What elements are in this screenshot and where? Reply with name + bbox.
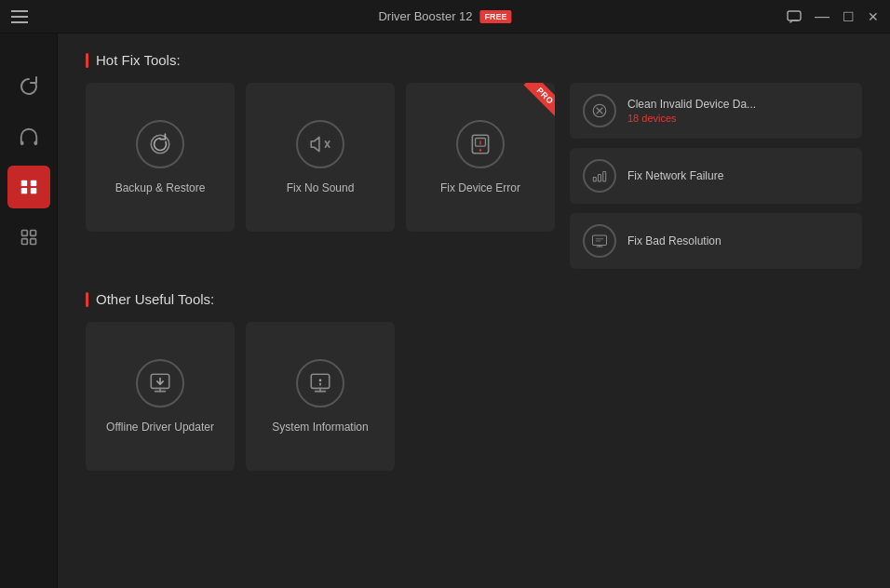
svg-rect-4 (30, 180, 35, 186)
clean-invalid-device-item[interactable]: Clean Invalid Device Da... 18 devices (570, 83, 862, 139)
titlebar-left (11, 10, 28, 23)
backup-restore-card[interactable]: Backup & Restore (86, 83, 235, 232)
other-tools-grid: Offline Driver Updater System Informatio… (86, 322, 862, 471)
hot-fix-section-title: Hot Fix Tools: (86, 52, 862, 68)
hot-fix-title: Hot Fix Tools: (96, 52, 181, 68)
hot-fix-tools-grid: Backup & Restore Fix No Sound (86, 83, 555, 247)
svg-point-38 (319, 379, 322, 381)
svg-rect-24 (603, 172, 606, 182)
sidebar-item-grid[interactable] (7, 216, 50, 259)
svg-rect-9 (21, 239, 27, 245)
hamburger-menu-icon[interactable] (11, 10, 28, 23)
app-title: Driver Booster 12 (378, 9, 472, 23)
titlebar: Driver Booster 12 FREE — ☐ ✕ (0, 0, 890, 33)
minimize-button[interactable]: — (815, 9, 829, 24)
fix-no-sound-card[interactable]: Fix No Sound (246, 83, 395, 232)
fix-network-title: Fix Network Failure (627, 169, 723, 182)
maximize-button[interactable]: ☐ (843, 10, 855, 23)
backup-restore-label: Backup & Restore (108, 181, 213, 194)
clean-invalid-text: Clean Invalid Device Da... 18 devices (627, 98, 756, 124)
backup-restore-icon (136, 120, 184, 168)
clean-invalid-icon (583, 94, 616, 127)
other-tools-title: Other Useful Tools: (96, 291, 214, 307)
right-panel: Clean Invalid Device Da... 18 devices (570, 83, 862, 269)
main-layout: Hot Fix Tools: Backup & Restore (0, 33, 890, 588)
svg-rect-0 (788, 11, 801, 20)
sidebar-item-tools[interactable] (7, 166, 50, 208)
fix-resolution-icon (583, 224, 616, 258)
clean-invalid-subtitle: 18 devices (627, 113, 756, 124)
svg-point-17 (479, 149, 482, 152)
svg-marker-12 (311, 137, 319, 151)
content-area: Hot Fix Tools: Backup & Restore (58, 33, 890, 588)
system-info-icon (296, 359, 344, 408)
other-tools-section-title: Other Useful Tools: (86, 291, 862, 307)
sidebar-item-update[interactable] (7, 65, 50, 108)
clean-invalid-title: Clean Invalid Device Da... (627, 98, 756, 111)
svg-rect-8 (30, 231, 35, 236)
close-button[interactable]: ✕ (868, 10, 879, 23)
fix-device-error-card[interactable]: PRO Fix Device Error (406, 83, 555, 232)
titlebar-controls: — ☐ ✕ (787, 9, 879, 24)
svg-rect-3 (20, 180, 26, 186)
offline-driver-icon (136, 359, 184, 408)
free-badge: FREE (480, 10, 512, 23)
other-section-title-bar (86, 292, 88, 307)
fix-device-error-icon (456, 120, 505, 168)
fix-resolution-title: Fix Bad Resolution (627, 234, 721, 247)
titlebar-center: Driver Booster 12 FREE (378, 9, 511, 23)
fix-network-text: Fix Network Failure (627, 169, 723, 182)
fix-device-error-label: Fix Device Error (433, 181, 528, 194)
svg-rect-1 (20, 141, 23, 146)
svg-rect-26 (593, 235, 607, 246)
section-title-bar (86, 53, 88, 68)
fix-no-sound-label: Fix No Sound (279, 181, 362, 194)
svg-rect-2 (34, 141, 37, 146)
svg-rect-7 (21, 231, 27, 236)
fix-resolution-text: Fix Bad Resolution (627, 234, 721, 247)
svg-rect-6 (30, 188, 35, 194)
system-info-label: System Information (264, 421, 375, 434)
pro-badge: PRO (512, 83, 555, 126)
fix-network-failure-item[interactable]: Fix Network Failure (570, 148, 862, 204)
system-info-card[interactable]: System Information (246, 322, 395, 471)
sidebar-item-headphones[interactable] (7, 115, 50, 158)
offline-driver-label: Offline Driver Updater (99, 421, 222, 434)
chat-button[interactable] (787, 10, 802, 23)
sidebar (0, 33, 58, 588)
hot-fix-row: Backup & Restore Fix No Sound (86, 83, 862, 269)
fix-no-sound-icon (296, 120, 344, 168)
fix-bad-resolution-item[interactable]: Fix Bad Resolution (570, 213, 862, 269)
fix-network-icon (583, 159, 616, 193)
svg-rect-5 (20, 188, 26, 194)
svg-rect-10 (30, 239, 35, 245)
offline-driver-card[interactable]: Offline Driver Updater (86, 322, 235, 471)
